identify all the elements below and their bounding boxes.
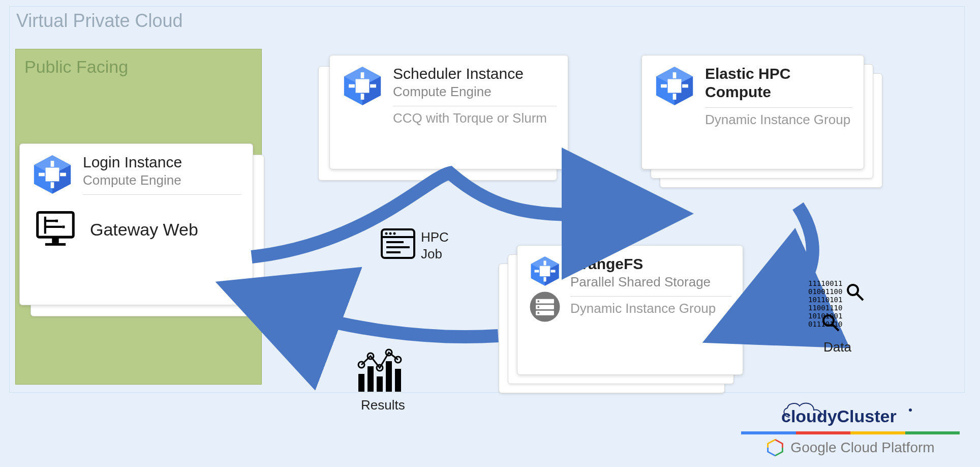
svg-rect-7 [60,173,66,177]
svg-rect-5 [51,182,54,188]
svg-text:11001110: 11001110 [808,304,842,312]
window-icon [380,228,416,259]
svg-text:cloudyCluster: cloudyCluster [781,406,897,426]
svg-rect-31 [682,84,688,88]
branding-block: cloudyCluster Google Cloud Platform [741,400,960,457]
orangefs-footer: Dynamic Instance Group [570,301,731,316]
scheduler-footer: CCQ with Torque or Slurm [393,110,557,126]
svg-rect-13 [55,220,58,222]
svg-rect-35 [540,266,550,276]
svg-text:10110101: 10110101 [808,296,842,304]
divider [393,106,557,106]
svg-rect-4 [51,161,54,167]
divider [570,296,731,297]
results-label: Results [361,397,405,414]
gateway-label: Gateway Web [90,219,198,240]
svg-rect-56 [368,366,374,392]
svg-point-50 [389,232,392,235]
login-title: Login Instance [83,153,241,171]
svg-rect-27 [668,79,682,93]
elastic-card: Elastic HPC Compute Dynamic Instance Gro… [641,55,864,169]
svg-rect-38 [535,270,539,272]
svg-point-49 [385,232,388,235]
svg-rect-59 [395,369,401,392]
svg-rect-6 [39,173,45,177]
hpc-job-label: HPC Job [421,229,449,262]
svg-point-51 [393,232,396,235]
svg-text:11110011: 11110011 [808,279,842,287]
compute-engine-icon [341,65,384,107]
chart-icon [354,348,410,394]
public-facing-title: Public Facing [24,57,128,77]
login-subtitle: Compute Engine [83,172,241,188]
gcp-label: Google Cloud Platform [790,440,934,456]
svg-rect-36 [543,261,546,266]
data-label: Data [823,339,851,356]
svg-rect-55 [358,374,364,392]
storage-icon [529,290,561,323]
cloudycluster-logo: cloudyCluster [774,400,927,427]
login-instance-card: Login Instance Compute Engine Gateway We… [19,143,253,305]
svg-rect-15 [62,225,65,228]
svg-rect-9 [52,237,58,243]
svg-rect-37 [543,277,546,282]
svg-rect-29 [673,94,677,100]
scheduler-card: Scheduler Instance Compute Engine CCQ wi… [329,55,568,169]
svg-rect-30 [661,84,667,88]
orangefs-title: OrangeFS [570,255,731,273]
compute-engine-icon [529,255,561,287]
gcp-color-bar [741,431,960,434]
svg-rect-57 [377,376,383,392]
divider [705,107,852,108]
vpc-title: Virtual Private Cloud [16,10,183,32]
svg-rect-8 [38,212,74,237]
svg-rect-58 [386,361,392,392]
svg-rect-20 [361,72,364,78]
orangefs-card: OrangeFS Parallel Shared Storage Dynamic… [517,245,743,375]
svg-rect-22 [349,84,355,88]
elastic-title: Elastic HPC Compute [705,65,852,101]
svg-rect-19 [356,79,370,93]
divider [83,194,241,195]
gcp-logo-row: Google Cloud Platform [766,439,934,457]
svg-point-45 [537,306,539,308]
binary-data-icon: 11110011 01001100 10110101 11001110 1010… [808,279,869,335]
compute-engine-icon [31,153,74,196]
svg-rect-28 [673,72,677,78]
svg-point-46 [537,312,539,314]
elastic-footer: Dynamic Instance Group [705,112,852,128]
scheduler-title: Scheduler Instance [393,65,557,83]
compute-engine-icon [653,65,696,107]
svg-point-76 [909,408,912,412]
svg-rect-10 [45,243,66,246]
gcp-hex-icon [766,439,784,457]
svg-point-44 [537,300,539,302]
svg-rect-21 [361,94,364,100]
svg-text:01001100: 01001100 [808,287,842,296]
scheduler-subtitle: Compute Engine [393,84,557,100]
svg-rect-23 [370,84,376,88]
svg-rect-39 [551,270,556,272]
svg-rect-3 [46,168,59,182]
monitor-icon [34,208,77,251]
orangefs-subtitle: Parallel Shared Storage [570,274,731,290]
svg-line-72 [856,294,863,300]
